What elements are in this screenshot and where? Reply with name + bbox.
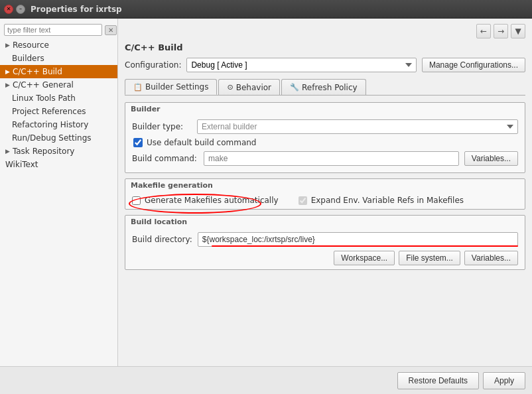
sidebar-item-label: C/C++ Build: [13, 67, 62, 76]
dialog-body: ✕ ▶ Resource Builders ▶ C/C++ Build ▶ C/…: [0, 19, 532, 366]
tab-label: Refresh Policy: [302, 83, 358, 92]
title-bar: ✕ – Properties for ixrtsp: [0, 0, 532, 19]
back-button[interactable]: ←: [476, 24, 491, 38]
builder-settings-icon: 📋: [133, 83, 143, 92]
close-button[interactable]: ✕: [4, 5, 13, 14]
right-panel: ← → ▼ C/C++ Build Configuration: Debug […: [118, 19, 532, 366]
builder-section-title: Builder: [125, 103, 525, 115]
generate-makefiles-label: Generate Makefiles automatically: [145, 196, 279, 205]
builder-type-dropdown[interactable]: External builder: [197, 119, 518, 134]
file-system-button[interactable]: File system...: [399, 251, 460, 265]
sidebar-item-refactoring[interactable]: Refactoring History: [0, 118, 117, 131]
build-dir-input[interactable]: [198, 232, 518, 247]
use-default-checkbox[interactable]: [133, 138, 143, 147]
variables-button[interactable]: Variables...: [464, 151, 518, 166]
properties-dialog: ✕ ▶ Resource Builders ▶ C/C++ Build ▶ C/…: [0, 19, 532, 394]
sidebar-item-linux-tools[interactable]: Linux Tools Path: [0, 92, 117, 105]
generate-makefiles-checkbox[interactable]: [132, 196, 141, 205]
workspace-button[interactable]: Workspace...: [334, 251, 395, 265]
sidebar-item-run-debug[interactable]: Run/Debug Settings: [0, 131, 117, 145]
tab-label: Builder Settings: [145, 82, 208, 92]
sidebar-item-project-refs[interactable]: Project References: [0, 105, 117, 118]
sidebar-item-label: Linux Tools Path: [12, 94, 76, 103]
build-dir-label: Build directory:: [132, 235, 192, 244]
expand-row: Expand Env. Variable Refs in Makefiles: [299, 196, 464, 205]
builder-type-row: Builder type: External builder: [132, 119, 518, 134]
sidebar-item-label: Builders: [12, 54, 44, 63]
builder-section-body: Builder type: External builder Use defau…: [125, 115, 525, 172]
build-buttons-row: Workspace... File system... Variables...: [132, 251, 518, 265]
forward-button[interactable]: →: [494, 24, 508, 38]
sidebar-item-label: WikiText: [5, 160, 38, 169]
config-label: Configuration:: [125, 60, 181, 70]
arrow-icon: ▶: [5, 42, 10, 48]
sidebar-item-cpp-general[interactable]: ▶ C/C++ General: [0, 78, 117, 92]
nav-tree: ▶ Resource Builders ▶ C/C++ Build ▶ C/C+…: [0, 38, 117, 363]
build-cmd-row: Build command: Variables...: [132, 151, 518, 166]
use-default-label: Use default build command: [147, 138, 257, 147]
expand-env-label: Expand Env. Variable Refs in Makefiles: [311, 196, 464, 205]
tabs-bar: 📋 Builder Settings ⊙ Behavior 🔧 Refresh …: [125, 79, 525, 96]
window-controls[interactable]: ✕ –: [4, 5, 25, 14]
sidebar-item-wikitext[interactable]: WikiText: [0, 158, 117, 171]
tab-builder-settings[interactable]: 📋 Builder Settings: [125, 79, 217, 95]
build-dir-row: Build directory:: [132, 232, 518, 247]
makefile-body: Generate Makefiles automatically Expand …: [125, 192, 525, 209]
more-button[interactable]: ▼: [511, 24, 525, 38]
sidebar-item-builders[interactable]: Builders: [0, 52, 117, 65]
window-title: Properties for ixrtsp: [31, 5, 122, 14]
section-title: C/C++ Build: [125, 42, 525, 52]
builder-type-label: Builder type:: [132, 122, 192, 131]
arrow-icon: ▶: [5, 148, 10, 155]
filter-clear-button[interactable]: ✕: [105, 25, 117, 35]
refresh-policy-icon: 🔧: [290, 83, 299, 92]
left-panel: ✕ ▶ Resource Builders ▶ C/C++ Build ▶ C/…: [0, 19, 118, 366]
arrow-icon: ▶: [5, 82, 10, 88]
sidebar-item-label: Project References: [12, 107, 86, 116]
makefile-section-title: Makefile generation: [125, 179, 525, 192]
sidebar-item-label: C/C++ General: [13, 80, 74, 90]
use-default-row: Use default build command: [133, 138, 518, 147]
build-cmd-label: Build command:: [132, 154, 198, 163]
variables-build-button[interactable]: Variables...: [464, 251, 518, 265]
behavior-icon: ⊙: [227, 83, 233, 92]
filter-wrap: ✕: [0, 21, 117, 38]
tab-label: Behavior: [236, 83, 271, 92]
sidebar-item-cpp-build[interactable]: ▶ C/C++ Build: [0, 65, 117, 78]
apply-button[interactable]: Apply: [483, 372, 525, 389]
makefile-section: Makefile generation Generate Makefiles a…: [125, 178, 525, 210]
arrow-icon: ▶: [5, 68, 10, 75]
builder-section: Builder Builder type: External builder U…: [125, 102, 525, 173]
sidebar-item-label: Resource: [13, 40, 49, 50]
config-dropdown[interactable]: Debug [ Active ]: [186, 58, 416, 72]
sidebar-item-label: Refactoring History: [12, 120, 88, 129]
restore-defaults-button[interactable]: Restore Defaults: [397, 372, 479, 389]
sidebar-item-label: Run/Debug Settings: [12, 133, 92, 143]
config-row: Configuration: Debug [ Active ] Manage C…: [125, 58, 525, 72]
build-location-title: Build location: [125, 216, 525, 228]
build-location-section: Build location Build directory: Workspac…: [125, 215, 525, 270]
sidebar-item-resource[interactable]: ▶ Resource: [0, 38, 117, 52]
build-cmd-input[interactable]: [204, 151, 459, 166]
build-location-body: Build directory: Workspace... File syste…: [125, 228, 525, 269]
tab-behavior[interactable]: ⊙ Behavior: [218, 79, 280, 95]
generate-row: Generate Makefiles automatically: [132, 196, 279, 205]
expand-env-checkbox[interactable]: [299, 196, 307, 205]
minimize-button[interactable]: –: [16, 5, 25, 14]
tab-refresh-policy[interactable]: 🔧 Refresh Policy: [281, 79, 366, 95]
manage-configurations-button[interactable]: Manage Configurations...: [422, 58, 525, 72]
sidebar-item-task-repo[interactable]: ▶ Task Repository: [0, 145, 117, 158]
dialog-footer: Restore Defaults Apply: [0, 366, 532, 394]
sidebar-item-label: Task Repository: [13, 147, 75, 156]
filter-input[interactable]: [4, 24, 102, 36]
nav-toolbar: ← → ▼: [125, 24, 525, 38]
